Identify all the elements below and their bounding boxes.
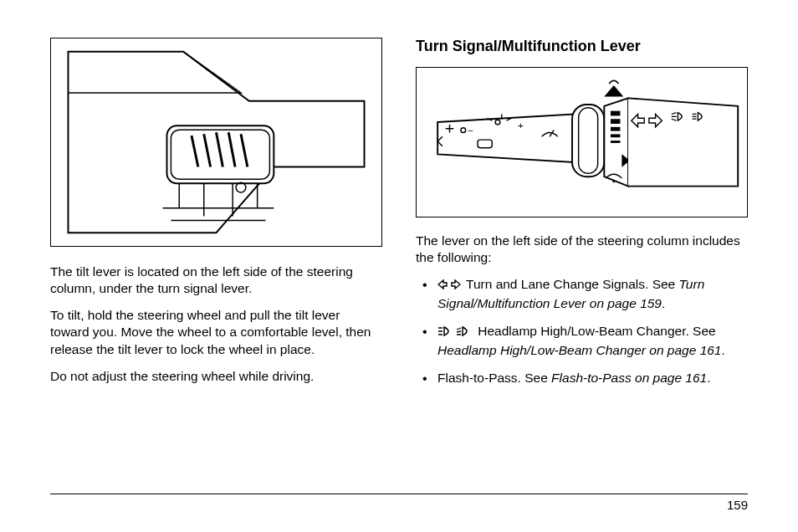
left-para-3: Do not adjust the steering wheel while d… [50, 368, 382, 385]
item-text: Turn and Lane Change Signals. See [463, 277, 679, 291]
list-item: Headlamp High/Low-Beam Changer. See Head… [422, 323, 748, 360]
high-beam-icon [437, 325, 454, 342]
left-para-1: The tilt lever is located on the left si… [50, 263, 382, 297]
item-ref: Headlamp High/Low-Beam Changer on page 1… [437, 343, 722, 357]
low-beam-icon [456, 325, 473, 342]
feature-list: Turn and Lane Change Signals. See Turn S… [416, 276, 748, 397]
right-intro: The lever on the left side of the steeri… [416, 233, 748, 266]
svg-rect-26 [478, 140, 492, 148]
tilt-lever-illustration [56, 43, 376, 241]
svg-text:+: + [518, 120, 524, 130]
page-footer: 159 [50, 494, 748, 512]
item-text: Headlamp High/Low-Beam Changer. See [474, 324, 716, 338]
svg-text:–: – [468, 125, 473, 135]
multifunction-lever-figure: + – [416, 67, 748, 217]
tilt-lever-figure [50, 38, 382, 247]
left-column: The tilt lever is located on the left si… [50, 38, 382, 481]
turn-signal-icon [437, 278, 461, 295]
svg-point-17 [612, 180, 615, 182]
section-heading: Turn Signal/Multifunction Lever [416, 38, 748, 55]
svg-rect-16 [611, 141, 620, 143]
list-item: Flash-to-Pass. See Flash-to-Pass on page… [422, 370, 748, 387]
item-tail: . [707, 371, 710, 385]
right-column: Turn Signal/Multifunction Lever [416, 38, 748, 481]
list-item: Turn and Lane Change Signals. See Turn S… [422, 276, 748, 313]
page-number: 159 [727, 498, 748, 512]
item-text: Flash-to-Pass. See [437, 371, 551, 385]
item-tail: . [722, 343, 725, 357]
svg-rect-14 [611, 127, 620, 131]
svg-rect-11 [579, 108, 598, 174]
svg-rect-12 [611, 111, 620, 116]
item-tail: . [662, 296, 665, 310]
left-para-2: To tilt, hold the steering wheel and pul… [50, 307, 382, 357]
svg-rect-15 [611, 134, 620, 137]
item-ref: Flash-to-Pass on page 161 [551, 371, 707, 385]
multifunction-lever-illustration: + – [422, 73, 742, 212]
svg-rect-13 [611, 119, 620, 124]
page-content: The tilt lever is located on the left si… [50, 38, 748, 481]
